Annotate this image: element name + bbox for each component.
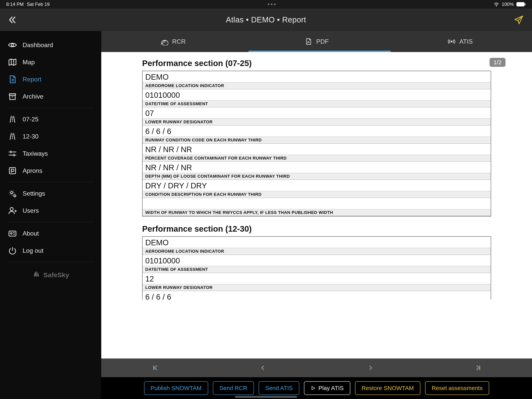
cell-label: CONDITION DESCRIPTION FOR EACH RUNWAY TH… [143,191,491,198]
svg-point-27 [11,192,13,194]
svg-line-13 [14,116,15,122]
sidebar: Dashboard Map Report Archive [0,31,101,399]
action-bar: Publish SNOWTAM Send RCR Send ATIS Play … [101,377,532,399]
first-page-button[interactable] [151,363,160,373]
sidebar-item-label: Map [23,59,35,66]
sidebar-item-about[interactable]: About [0,225,101,242]
sidebar-item-runway-07-25[interactable]: 07-25 [0,111,101,128]
restore-snowtam-button[interactable]: Restore SNOWTAM [355,381,420,395]
pager-bar [101,359,532,377]
cell-value: 01010000 [143,89,491,100]
sidebar-item-label: Archive [23,93,44,100]
cell-label: AERODROME LOCATION INDICATOR [143,248,491,255]
battery-percent: 100% [502,1,514,7]
sidebar-item-dashboard[interactable]: Dashboard [0,36,101,54]
sidebar-item-label: Users [23,207,39,214]
svg-marker-39 [312,386,315,390]
cell-value: DEMO [143,237,491,248]
svg-point-3 [11,44,14,46]
sidebar-item-label: About [23,230,39,237]
cell-label: DEPTH (MM) OF LOOSE CONTAMINANT FOR EACH… [143,173,491,180]
gear-icon [8,189,17,198]
sidebar-item-map[interactable]: Map [0,54,101,71]
app-header: Atlas • DEMO • Report [0,9,532,31]
cell-label: LOWER RUNWAY DESIGNATOR [143,284,491,291]
sidebar-item-label: 12-30 [23,133,38,140]
play-atis-button[interactable]: Play ATIS [304,381,350,395]
cell-value: DEMO [143,71,491,82]
cell-label: WIDTH OF RUNWAY TO WHICH THE RWYCCS APPL… [143,209,491,216]
users-icon [8,206,17,215]
cell-value: DRY / DRY / DRY [143,180,491,191]
eye-icon [8,40,17,50]
svg-point-36 [451,41,452,42]
performance-table: DEMOAERODROME LOCATION INDICATOR 0101000… [142,236,491,300]
publish-snowtam-button[interactable]: Publish SNOWTAM [144,381,208,395]
runway-icon [8,115,17,124]
sidebar-item-label: Log out [23,247,44,254]
tab-pdf[interactable]: PDF [245,31,388,52]
cell-value: 6 / 6 / 6 [143,291,491,300]
next-page-button[interactable] [366,363,375,373]
broadcast-icon [448,38,456,45]
cell-label: LOWER RUNWAY DESIGNATOR [143,118,491,125]
sidebar-item-taxiways[interactable]: Taxiways [0,145,101,162]
cell-value [143,198,491,209]
cell-label: RUNWAY CONDITION CODE ON EACH RUNWAY THI… [143,137,491,144]
reset-assessments-button[interactable]: Reset assessments [425,381,489,395]
page-indicator: 1/2 [489,58,506,67]
svg-line-12 [10,116,11,122]
svg-point-0 [496,6,496,6]
tab-atis[interactable]: ATIS [388,31,532,52]
cell-value: 07 [143,107,491,118]
pdf-viewer[interactable]: 1/2 Performance section (07-25) DEMOAERO… [101,52,532,359]
sidebar-item-aprons[interactable]: Aprons [0,162,101,179]
svg-point-28 [14,195,16,197]
battery-icon [516,2,526,6]
sidebar-item-report[interactable]: Report [0,71,101,88]
sidebar-item-label: Dashboard [23,41,53,49]
wifi-icon [494,2,499,6]
cell-value: 12 [143,273,491,284]
send-atis-button[interactable]: Send ATIS [259,381,299,395]
send-button[interactable] [514,15,523,25]
status-date: Sat Feb 19 [27,1,50,7]
map-icon [8,58,17,67]
tab-label: RCR [172,38,186,45]
sidebar-item-settings[interactable]: Settings [0,185,101,202]
sidebar-item-archive[interactable]: Archive [0,88,101,105]
sidebar-item-logout[interactable]: Log out [0,242,101,259]
sidebar-item-label: Aprons [23,167,42,174]
parking-icon [8,166,17,175]
cell-label: AERODROME LOCATION INDICATOR [143,82,491,89]
tab-label: PDF [316,38,329,45]
svg-rect-2 [525,4,526,5]
section-title: Performance section (07-25) [142,59,491,68]
svg-rect-26 [9,167,16,174]
power-icon [8,246,17,255]
cell-label: PERCENT COVERAGE CONTAMINANT FOR EACH RU… [143,155,491,162]
back-button[interactable] [8,16,17,24]
send-rcr-button[interactable]: Send RCR [213,381,254,395]
sidebar-item-runway-12-30[interactable]: 12-30 [0,128,101,145]
prev-page-button[interactable] [258,363,267,373]
cell-value: NR / NR / NR [143,144,491,155]
tabs: RCR PDF ATIS [101,31,532,52]
performance-table: DEMOAERODROME LOCATION INDICATOR 0101000… [142,71,491,216]
tab-rcr[interactable]: RCR [101,31,245,52]
report-icon [8,75,17,84]
home-indicator[interactable] [235,396,297,398]
section-title: Performance section (12-30) [142,224,491,234]
svg-rect-1 [517,2,524,6]
svg-rect-30 [9,231,16,236]
sidebar-item-label: Settings [23,190,45,197]
sidebar-item-label: Taxiways [23,150,48,157]
brand: SafeSky [0,270,101,279]
multitask-dots[interactable] [268,4,276,5]
archive-icon [8,92,17,101]
cell-value: NR / NR / NR [143,162,491,173]
svg-point-29 [10,207,13,211]
svg-line-18 [14,133,15,140]
sidebar-item-users[interactable]: Users [0,202,101,219]
last-page-button[interactable] [474,363,483,373]
